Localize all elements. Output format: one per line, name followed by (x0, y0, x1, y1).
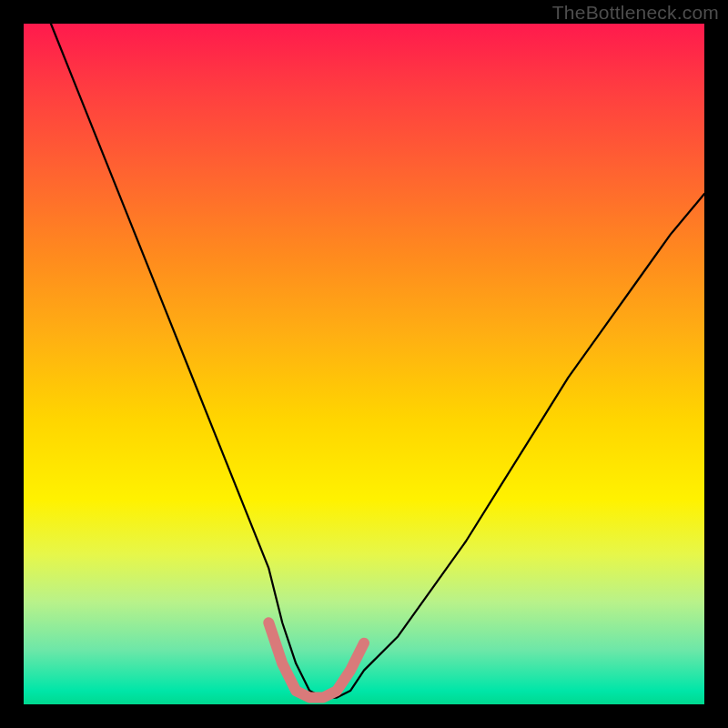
chart-stage: TheBottleneck.com (0, 0, 728, 728)
bottleneck-curve (51, 24, 704, 698)
pink-band (268, 622, 364, 697)
plot-area (24, 24, 704, 704)
watermark-text: TheBottleneck.com (552, 2, 719, 24)
chart-svg (24, 24, 704, 704)
